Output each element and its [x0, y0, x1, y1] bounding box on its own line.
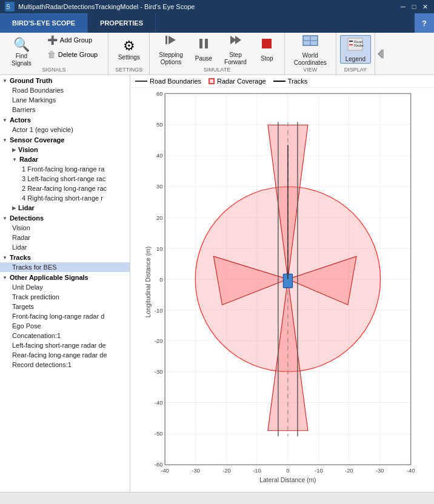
sidebar-item-rear-facing-radar[interactable]: Rear-facing long-range radar de: [0, 350, 130, 360]
svg-text:0: 0: [286, 467, 289, 474]
sidebar-item-left-facing-radar[interactable]: Left-facing short-range radar de: [0, 340, 130, 350]
sidebar-item-front-facing-radar[interactable]: Front-facing long-range radar d: [0, 311, 130, 321]
group-buttons: ➕ Add Group 🗑 Delete Group: [41, 38, 104, 64]
actor-1-label: Actor 1 (ego vehicle): [12, 126, 73, 133]
maximize-button[interactable]: □: [410, 2, 418, 11]
sensor-coverage-triangle: ▼: [2, 138, 7, 143]
track-prediction-label: Track prediction: [12, 293, 59, 300]
sidebar-item-concatenation[interactable]: Concatenation:1: [0, 331, 130, 340]
sidebar-item-radar-1[interactable]: 1 Front-facing long-range ra: [0, 164, 130, 174]
svg-text:-30: -30: [155, 368, 163, 375]
radar-sc-label: Radar: [19, 156, 38, 163]
settings-button[interactable]: ⚙ Settings: [112, 35, 145, 65]
legend-button[interactable]: Road Radar Legend: [340, 35, 371, 64]
sidebar-item-actor-1[interactable]: Actor 1 (ego vehicle): [0, 125, 130, 134]
legend-tracks-label: Tracks: [288, 78, 308, 85]
sidebar-item-radar-3[interactable]: 3 Left-facing short-range rac: [0, 174, 130, 184]
barriers-label: Barriers: [12, 106, 36, 113]
stop-button[interactable]: Stop: [253, 35, 281, 64]
stepping-options-button[interactable]: SteppingOptions: [153, 35, 188, 64]
front-facing-radar-label: Front-facing long-range radar d: [12, 313, 104, 320]
rear-facing-radar-label: Rear-facing long-range radar de: [12, 351, 107, 359]
plot-svg[interactable]: Longitudinal Distance (m) 60 50 40 30 20…: [130, 88, 434, 488]
sidebar-category-detections[interactable]: ▼ Detections: [0, 213, 130, 223]
view-group: WorldCoordinates VIEW: [285, 33, 336, 75]
sidebar-item-track-prediction[interactable]: Track prediction: [0, 292, 130, 302]
legend-radar-box: [209, 78, 215, 84]
sidebar-category-tracks[interactable]: ▼ Tracks: [0, 252, 130, 262]
step-forward-button[interactable]: StepForward: [219, 35, 252, 64]
legend-icon: Road Radar: [347, 36, 364, 55]
sidebar-item-radar-2[interactable]: 2 Rear-facing long-range rac: [0, 184, 130, 193]
svg-text:-20: -20: [155, 337, 163, 344]
sensor-coverage-label: Sensor Coverage: [10, 136, 64, 144]
tab-properties[interactable]: PROPERTIES: [88, 13, 156, 33]
svg-rect-8: [262, 39, 272, 48]
find-signals-button[interactable]: 🔍 FindSignals: [6, 38, 37, 68]
status-bar: [0, 492, 434, 504]
radar-2-label: 2 Rear-facing long-range rac: [22, 185, 107, 192]
svg-text:40: 40: [156, 152, 162, 159]
sidebar-subcategory-lidar[interactable]: ▶ Lidar: [0, 203, 130, 213]
sidebar-subcategory-radar[interactable]: ▼ Radar: [0, 154, 130, 164]
find-signals-group: 🔍 FindSignals: [4, 35, 39, 64]
sidebar-item-det-radar[interactable]: Radar: [0, 233, 130, 242]
sidebar-item-radar-4[interactable]: 4 Right-facing short-range r: [0, 193, 130, 203]
toolbar-collapse-button[interactable]: [375, 33, 386, 75]
svg-text:S: S: [6, 4, 10, 10]
simulate-group: SteppingOptions Pause StepForward Stop S…: [150, 33, 285, 75]
stepping-options-icon: [164, 33, 178, 50]
svg-rect-2: [165, 36, 167, 44]
svg-text:0: 0: [159, 276, 162, 283]
sidebar-item-det-vision[interactable]: Vision: [0, 223, 130, 233]
sidebar-item-unit-delay[interactable]: Unit Delay: [0, 282, 130, 292]
plot-legend: Road Boundaries Radar Coverage Tracks: [130, 75, 434, 88]
settings-label: Settings: [118, 54, 140, 61]
svg-text:-40: -40: [161, 467, 169, 474]
svg-text:-10: -10: [315, 467, 323, 474]
detections-triangle: ▼: [2, 216, 7, 221]
add-group-button[interactable]: ➕ Add Group: [43, 33, 102, 47]
stepping-options-label: SteppingOptions: [159, 51, 182, 66]
sidebar-item-record-detections[interactable]: Record detections:1: [0, 360, 130, 370]
sidebar: ▼ Ground Truth Road Boundaries Lane Mark…: [0, 75, 130, 492]
lidar-sc-label: Lidar: [18, 204, 35, 211]
sidebar-category-other-signals[interactable]: ▼ Other Applicable Signals: [0, 272, 130, 282]
y-axis-label: Longitudinal Distance (m): [145, 247, 152, 317]
stop-label: Stop: [261, 55, 273, 62]
close-button[interactable]: ✕: [421, 2, 429, 11]
world-coordinates-icon: [302, 32, 319, 51]
minimize-button[interactable]: ─: [399, 2, 407, 11]
sidebar-item-road-boundaries[interactable]: Road Boundaries: [0, 85, 130, 95]
legend-item-tracks: Tracks: [273, 78, 308, 85]
help-button[interactable]: ?: [415, 13, 434, 33]
title-bar-controls: ─ □ ✕: [399, 2, 429, 11]
sidebar-item-lane-markings[interactable]: Lane Markings: [0, 95, 130, 105]
sidebar-item-tracks-bes[interactable]: Tracks for BES: [0, 262, 130, 272]
radar-3-label: 3 Left-facing short-range rac: [22, 175, 105, 182]
signals-group: 🔍 FindSignals ➕ Add Group 🗑 Delete Group…: [0, 33, 109, 75]
simulate-group-label: SIMULATE: [150, 67, 284, 73]
legend-road-label: Road Boundaries: [150, 78, 201, 85]
radar-4-label: 4 Right-facing short-range r: [22, 194, 103, 202]
pause-button[interactable]: Pause: [190, 35, 218, 64]
sidebar-item-ego-pose[interactable]: Ego Pose: [0, 321, 130, 331]
svg-text:-60: -60: [155, 461, 163, 468]
add-group-label: Add Group: [60, 36, 92, 44]
sidebar-item-det-lidar[interactable]: Lidar: [0, 242, 130, 252]
vision-triangle: ▶: [12, 147, 16, 153]
delete-group-button[interactable]: 🗑 Delete Group: [43, 48, 102, 61]
sidebar-category-actors[interactable]: ▼ Actors: [0, 114, 130, 125]
sidebar-subcategory-vision[interactable]: ▶ Vision: [0, 145, 130, 154]
sidebar-category-ground-truth[interactable]: ▼ Ground Truth: [0, 75, 130, 85]
delete-group-icon: 🗑: [47, 50, 56, 59]
sidebar-item-barriers[interactable]: Barriers: [0, 105, 130, 114]
tab-birds-eye-scope[interactable]: BIRD'S-EYE SCOPE: [0, 13, 88, 33]
unit-delay-label: Unit Delay: [12, 284, 43, 291]
legend-item-radar: Radar Coverage: [209, 78, 266, 85]
svg-marker-3: [169, 36, 176, 44]
svg-text:-10: -10: [253, 467, 261, 474]
world-coordinates-button[interactable]: WorldCoordinates: [289, 35, 332, 64]
sidebar-item-targets[interactable]: Targets: [0, 302, 130, 311]
sidebar-category-sensor-coverage[interactable]: ▼ Sensor Coverage: [0, 134, 130, 145]
